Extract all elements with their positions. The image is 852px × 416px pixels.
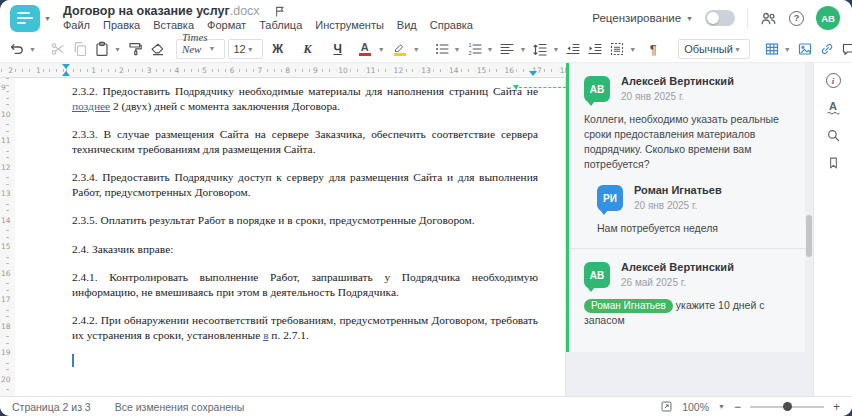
decrease-indent-button[interactable] — [562, 38, 584, 60]
paragraph[interactable]: 2.4. Заказчик вправе: — [72, 242, 538, 257]
review-mode-dropdown[interactable]: Рецензирование ▼ — [592, 12, 693, 24]
align-left-button[interactable] — [496, 38, 518, 60]
bold-button[interactable]: Ж — [263, 38, 293, 60]
insert-table-caret-icon[interactable]: ▼ — [783, 46, 794, 53]
cut-button[interactable] — [47, 38, 69, 60]
undo-caret-icon[interactable]: ▼ — [28, 46, 39, 53]
v-ruler-number: 20 — [1, 374, 11, 385]
mention-chip[interactable]: Роман Игнатьев — [584, 299, 673, 313]
paragraph[interactable]: 2.3.5. Оплатить результат Работ в порядк… — [72, 213, 538, 228]
comment-divider — [569, 248, 805, 249]
copy-button[interactable] — [69, 38, 91, 60]
menu-item-инструменты[interactable]: Инструменты — [315, 19, 384, 31]
paste-caret-icon[interactable]: ▼ — [113, 46, 124, 53]
paste-button[interactable] — [91, 38, 113, 60]
paragraph-style-select[interactable]: Обычный▼ — [678, 39, 750, 59]
font-name-select[interactable]: Times New ...▼ — [176, 39, 225, 59]
app-logo-icon[interactable] — [10, 5, 40, 32]
help-icon[interactable]: ? — [789, 11, 804, 26]
comment[interactable]: АВАлексей Вертинский20 янв 2025 г.Коллег… — [584, 75, 795, 172]
numbered-list-caret-icon[interactable]: ▼ — [486, 46, 497, 53]
v-ruler-number: 12 — [1, 162, 11, 173]
toolbar: ▼ ▼ Times New ...▼ 12▼ Ж К Ч А — [0, 36, 852, 63]
font-color-button[interactable]: А — [353, 38, 377, 60]
borders-caret-icon[interactable]: ▼ — [628, 46, 639, 53]
spellcheck-icon[interactable]: А — [827, 101, 840, 115]
flag-icon[interactable] — [274, 5, 286, 18]
bullet-list-button[interactable] — [431, 38, 453, 60]
insert-comment-button[interactable] — [838, 38, 852, 60]
comment-avatar: РИ — [597, 185, 623, 211]
h-ruler-number: 10 — [336, 66, 350, 75]
search-icon[interactable] — [826, 128, 841, 143]
line-spacing-caret-icon[interactable]: ▼ — [551, 46, 562, 53]
paragraph[interactable]: 2.3.4. Предоставить Подрядчику доступ к … — [72, 170, 538, 199]
zoom-in-button[interactable]: + — [833, 401, 840, 413]
numbered-list-button[interactable]: 12 — [464, 38, 486, 60]
borders-button[interactable] — [606, 38, 628, 60]
page-indicator[interactable]: Страница 2 из 3 — [12, 401, 91, 413]
menu-item-вставка[interactable]: Вставка — [153, 19, 194, 31]
italic-button[interactable]: К — [293, 38, 323, 60]
zoom-slider-thumb[interactable] — [783, 402, 792, 411]
zoom-slider[interactable] — [750, 406, 824, 408]
insert-image-button[interactable] — [794, 38, 816, 60]
left-indent-marker[interactable] — [62, 71, 70, 76]
menu-item-формат[interactable]: Формат — [207, 19, 246, 31]
v-ruler-number: 19 — [1, 347, 11, 358]
document-text[interactable]: 2.3.2. Предоставить Подрядчику необходим… — [15, 78, 565, 342]
menu-item-вид[interactable]: Вид — [397, 19, 417, 31]
users-icon[interactable] — [760, 11, 777, 26]
review-toggle[interactable] — [705, 10, 735, 26]
underline-button[interactable]: Ч — [323, 38, 353, 60]
logo-caret-icon[interactable]: ▼ — [44, 15, 51, 22]
fit-page-button[interactable] — [660, 400, 673, 413]
user-avatar[interactable]: АВ — [816, 6, 840, 30]
font-color-caret-icon[interactable]: ▼ — [377, 46, 388, 53]
h-ruler-number: 1 — [89, 66, 98, 75]
paragraph[interactable]: 2.4.2. При обнаружении несоответствий тр… — [72, 313, 538, 342]
insert-link-button[interactable] — [816, 38, 838, 60]
align-caret-icon[interactable]: ▼ — [518, 46, 529, 53]
menu-item-справка[interactable]: Справка — [430, 19, 473, 31]
insert-table-button[interactable] — [761, 38, 783, 60]
vertical-ruler[interactable]: 91011121314151617181920 — [0, 78, 15, 396]
document-page[interactable]: 2.3.2. Предоставить Подрядчику необходим… — [15, 78, 566, 396]
zoom-caret-icon[interactable]: ▼ — [718, 403, 725, 410]
text-run: п. 2.7.1. — [269, 329, 309, 341]
menu-item-правка[interactable]: Правка — [103, 19, 140, 31]
clear-style-button[interactable] — [146, 38, 168, 60]
comment-reply[interactable]: РИРоман Игнатьев20 янв 2025 г.Нам потреб… — [597, 184, 795, 236]
h-ruler-number: 2 — [117, 66, 126, 75]
text-run: 2.4. Заказчик вправе: — [72, 243, 173, 255]
bullet-list-caret-icon[interactable]: ▼ — [453, 46, 464, 53]
paragraph[interactable]: 2.3.2. Предоставить Подрядчику необходим… — [72, 84, 538, 113]
horizontal-ruler[interactable]: 21123456789101112131415161718 — [0, 63, 566, 78]
font-size-select[interactable]: 12▼ — [228, 39, 263, 59]
highlight-button[interactable] — [388, 38, 412, 60]
increase-indent-button[interactable] — [584, 38, 606, 60]
menu-item-таблица[interactable]: Таблица — [259, 19, 302, 31]
save-status: Все изменения сохранены — [115, 401, 245, 413]
nonprinting-chars-button[interactable]: ¶ — [639, 38, 667, 60]
v-ruler-number: 14 — [1, 215, 11, 226]
bookmark-icon[interactable] — [827, 156, 840, 170]
v-ruler-number: 17 — [1, 294, 11, 305]
comment[interactable]: АВАлексей Вертинский26 май 2025 г.Роман … — [584, 261, 795, 328]
undo-button[interactable] — [6, 38, 28, 60]
paragraph[interactable]: 2.3.3. В случае размещения Сайта на серв… — [72, 127, 538, 156]
line-spacing-button[interactable] — [529, 38, 551, 60]
info-icon[interactable]: i — [826, 73, 841, 88]
comment-author: Алексей Вертинский — [621, 261, 734, 274]
paragraph[interactable]: 2.4.1. Контролировать выполнение Работ, … — [72, 270, 538, 299]
menu-item-файл[interactable]: Файл — [63, 19, 90, 31]
first-line-indent-marker[interactable] — [62, 64, 70, 69]
vertical-scrollbar-thumb[interactable] — [806, 215, 812, 257]
zoom-value[interactable]: 100% — [682, 401, 709, 413]
comment-thread-card[interactable]: АВАлексей Вертинский20 янв 2025 г.Коллег… — [566, 63, 805, 352]
format-painter-button[interactable] — [124, 38, 146, 60]
zoom-out-button[interactable]: − — [734, 401, 741, 413]
right-indent-marker[interactable] — [529, 71, 537, 76]
highlight-caret-icon[interactable]: ▼ — [412, 46, 423, 53]
tracked-insertion: позднее — [72, 100, 110, 112]
